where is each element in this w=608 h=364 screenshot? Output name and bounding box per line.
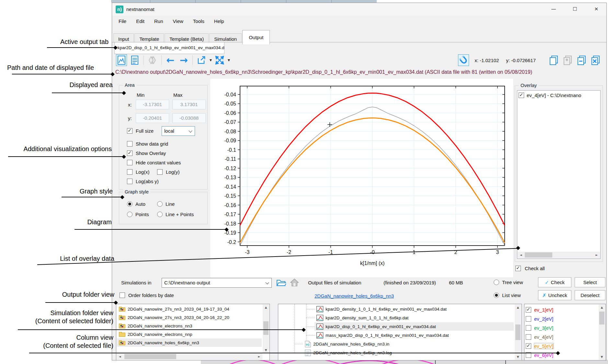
scroll-up-icon[interactable]: ▲ [515,304,521,310]
ev5-checkbox[interactable] [526,343,531,349]
close-button[interactable]: ✕ [590,4,603,14]
log-y-checkbox[interactable] [157,169,163,175]
ev4-checkbox[interactable] [526,334,531,340]
scroll-left-icon[interactable]: ◄ [518,252,524,258]
overlay-item-checkbox[interactable] [519,93,524,98]
scrollbar-thumb[interactable] [599,312,604,325]
minimize-button[interactable]: — [547,4,560,14]
menu-help[interactable]: Help [214,18,224,24]
overlay-horizontal-scrollbar[interactable]: ◄ ► [518,252,600,258]
hide-constant-values-checkbox[interactable] [127,160,132,165]
folder-list-vertical-scrollbar[interactable]: ▲ ▼ [263,304,269,353]
menu-view[interactable]: View [173,18,183,24]
column-row[interactable]: ev_5[eV] [526,342,553,350]
scroll-left-icon[interactable]: ◄ [117,353,123,360]
style-points-radio[interactable] [127,212,132,217]
add-graph-window-button[interactable] [562,54,573,66]
deselect-button[interactable]: Deselect [575,290,605,300]
order-folders-by-date-checkbox[interactable] [120,292,125,298]
check-button[interactable]: ✓Check [538,277,571,287]
style-auto-radio[interactable] [127,201,132,207]
menu-edit[interactable]: Edit [136,18,144,24]
file-row[interactable]: kpar2D_density_1_0_1_hl_6x6kp_ev_min001_… [315,305,514,313]
svg-text:-0.07: -0.07 [224,119,236,125]
show-data-grid-checkbox[interactable] [127,141,132,147]
file-row[interactable]: In) 2DGaN_nanowire_holes_6x6kp_nn3.in [303,340,514,348]
column-row[interactable]: ev_2[eV] [526,314,553,323]
scale-select[interactable]: local [162,126,195,136]
y-max-field[interactable]: -0.03088 [172,113,206,123]
text-view-button[interactable] [129,54,140,66]
close-graph-window-button[interactable] [590,54,601,66]
new-graph-window-button[interactable] [548,54,559,66]
full-size-checkbox[interactable] [127,128,132,134]
overlay-list-item[interactable]: ev_4[eV] - C:\D\nextnano [519,93,599,101]
scroll-right-icon[interactable]: ► [593,252,600,258]
tab-output[interactable]: Output [242,30,270,44]
list-view-radio[interactable] [494,292,499,298]
menu-tools[interactable]: Tools [193,18,204,24]
simulations-folder-combobox[interactable]: C:\D\nextnano output [162,278,272,288]
column-list-vertical-scrollbar[interactable]: ▲ ▼ [599,304,605,360]
scrollbar-thumb[interactable] [263,321,269,335]
file-row-selected[interactable]: kpar2D_disp_0_1_hl_6x6kp_ev_min001_ev_ma… [315,322,514,331]
scroll-up-icon[interactable]: ▲ [263,304,269,310]
folder-list-horizontal-scrollbar[interactable]: ◄ ► [117,353,262,360]
fit-dropdown-caret[interactable]: ▼ [228,59,230,62]
slices-button-disabled[interactable] [147,54,158,66]
uncheck-button[interactable]: ✗Uncheck [538,290,571,300]
maximize-button[interactable]: ☐ [568,4,582,14]
folder-row-selected[interactable]: 2DGaN_nanowire_holes_6x6kp_nn3 [117,338,262,347]
home-folder-button[interactable] [290,278,299,288]
y-min-field[interactable]: -0.20401 [136,113,169,123]
folder-row[interactable]: 2DGaN_nanowire_electrons_nn3 [117,322,262,330]
column-row[interactable]: ev_1[eV] [526,305,553,314]
browse-folder-button[interactable] [276,278,286,288]
ev2-checkbox[interactable] [526,316,531,322]
column-row[interactable]: ev_4[eV] [526,333,553,341]
back-button[interactable]: ← [165,54,176,66]
scrollbar-thumb[interactable] [525,252,552,258]
file-row[interactable]: mass_kpar2D_disp_0_1_hl_6x6kp_ev_min001_… [315,331,514,339]
style-line-points-radio[interactable] [157,212,163,217]
x-min-field[interactable]: -3.17301 [136,100,169,109]
menu-run[interactable]: Run [154,18,163,24]
remove-graph-window-button[interactable] [576,54,587,66]
select-button[interactable]: Select [575,277,605,287]
column-row[interactable]: ev_3[eV] [526,324,553,332]
file-row[interactable]: kpar2D_density_sum_1_0_1_hl_6x6kp.dat [315,314,514,322]
simulation-folder-link[interactable]: 2DGaN_nanowire_holes_6x6kp_nn3 [315,293,394,299]
document-tab[interactable]: kpar2D_disp_0_1_hl_6x6kp_ev_min001_ev_ma… [114,42,224,54]
background-plot-fragment [201,360,608,364]
graph-view-button[interactable] [116,54,127,66]
ev1-checkbox[interactable] [526,307,531,313]
scroll-up-icon[interactable]: ▲ [599,304,605,310]
folder-row[interactable]: 2DGaN_nanowire_27s_nn3_2023_04_19-17_33_… [117,305,262,313]
column-row[interactable]: ev_6[eV] [526,351,553,359]
export-dropdown-caret[interactable]: ▼ [210,59,212,62]
scrollbar-thumb[interactable] [124,354,176,359]
show-overlay-checkbox[interactable] [127,150,132,156]
log-x-checkbox[interactable] [127,169,132,175]
scrollbar-thumb[interactable] [515,325,521,340]
export-button[interactable] [196,54,207,66]
forward-button[interactable]: → [178,54,189,66]
snap-cursor-button[interactable] [458,54,469,66]
fit-to-window-button[interactable] [214,54,225,66]
scroll-down-icon[interactable]: ▼ [599,354,605,360]
scroll-right-icon[interactable]: ► [256,353,262,360]
scroll-down-icon[interactable]: ▼ [263,347,269,353]
file-name: kpar2D_disp_0_1_hl_6x6kp_ev_min001_ev_ma… [326,324,436,329]
ev3-checkbox[interactable] [526,325,531,331]
check-all-checkbox[interactable] [515,266,521,271]
x-max-field[interactable]: 3.17301 [172,100,206,109]
scroll-down-icon[interactable]: ▼ [515,354,521,360]
tree-view-radio[interactable] [494,280,499,285]
folder-row[interactable]: 2DGaN_nanowire_27s_nn3_2023_04_20-16_22_… [117,313,262,322]
folder-row[interactable]: 2DGaN_nanowire_electrons_nnp [117,330,262,338]
file-tree-vertical-scrollbar[interactable]: ▲ ▼ [515,304,521,360]
diagram-plot[interactable]: -3-2-1-0123-0.04-0.05-0.06-0.07-0.08-0.0… [210,79,513,277]
log-abs-y-checkbox[interactable] [127,179,132,184]
style-line-radio[interactable] [157,201,163,207]
menu-file[interactable]: File [119,18,126,24]
